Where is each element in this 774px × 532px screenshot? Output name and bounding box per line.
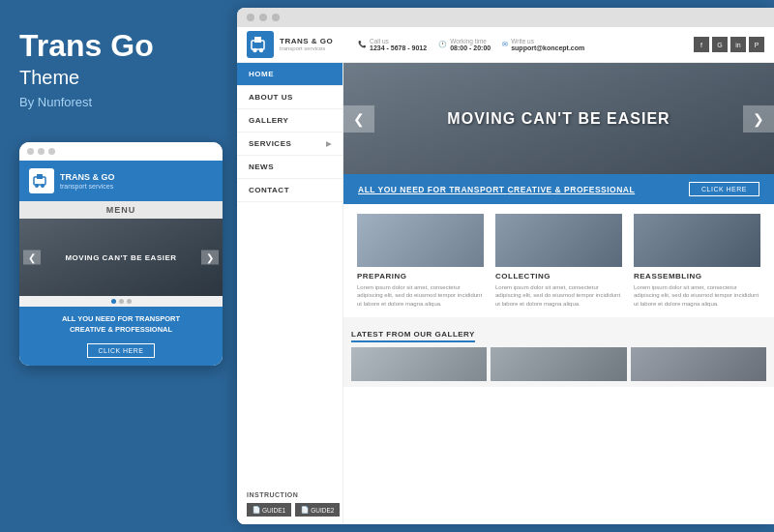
browser-mockup: TRANS & GO transport services 📞 Call us … bbox=[237, 8, 774, 524]
hero-prev-arrow[interactable]: ❮ bbox=[343, 105, 374, 133]
mobile-mockup: TRANS & GO transport services MENU ❮ MOV… bbox=[19, 142, 223, 366]
instruction-label: INSTRUCTION bbox=[247, 491, 333, 498]
mobile-header-bar: TRANS & GO transport services bbox=[19, 161, 223, 201]
nav-contact[interactable]: CONTACT bbox=[237, 179, 342, 202]
gallery-title: LATEST FROM OUR GALLERY bbox=[351, 330, 475, 342]
site-logo-main: TRANS & GO bbox=[280, 37, 333, 46]
site-logo-icon bbox=[247, 31, 274, 58]
svg-point-6 bbox=[253, 48, 256, 52]
service-card-2: COLLECTING Lorem ipsum dolor sit amet, c… bbox=[490, 214, 628, 308]
mobile-topbar bbox=[19, 142, 223, 161]
browser-content: TRANS & GO transport services 📞 Call us … bbox=[237, 27, 774, 524]
service-title-1: PREPARING bbox=[357, 272, 484, 281]
mobile-slider-dots bbox=[19, 296, 223, 307]
gallery-thumb-3[interactable] bbox=[631, 347, 766, 381]
mobile-cta-section: ALL YOU NEED FOR TRANSPORTCREATIVE & PRO… bbox=[19, 307, 223, 366]
nav-services-arrow: ▶ bbox=[326, 140, 332, 148]
gallery-images bbox=[351, 347, 766, 381]
guide2-button[interactable]: 📄 GUIDE2 bbox=[295, 503, 340, 517]
site-topbar: TRANS & GO transport services 📞 Call us … bbox=[237, 27, 774, 63]
gallery-thumb-2[interactable] bbox=[491, 347, 626, 381]
mobile-hero: ❮ MOVING CAN'T BE EASIER ❯ bbox=[19, 219, 223, 296]
guide1-button[interactable]: 📄 GUIDE1 bbox=[247, 503, 291, 517]
site-logo-tagline: transport services bbox=[280, 45, 333, 52]
site-contact-info: 📞 Call us 1234 - 5678 - 9012 🕐 Working t… bbox=[358, 38, 679, 51]
mobile-menu-label: MENU bbox=[19, 201, 223, 219]
svg-rect-1 bbox=[37, 174, 43, 179]
clock-icon: 🕐 bbox=[438, 41, 447, 48]
left-panel: Trans Go Theme By Nunforest TRANS & GO t… bbox=[0, 0, 237, 532]
service-image-3 bbox=[634, 214, 760, 267]
nav-gallery[interactable]: GALLERY bbox=[237, 109, 342, 133]
service-desc-1: Lorem ipsum dolor sit amet, consectetur … bbox=[357, 283, 484, 308]
site-main: HOME ABOUT US GALLERY SERVICES ▶ NEWS CO… bbox=[237, 63, 774, 524]
mobile-dot-1 bbox=[27, 148, 34, 155]
cta-bar-text: ALL YOU NEED FOR TRANSPORT CREATIVE & PR… bbox=[358, 185, 635, 194]
mobile-dot-3 bbox=[48, 148, 55, 155]
mobile-slider-dot-3[interactable] bbox=[127, 299, 132, 304]
contact-hours: 🕐 Working time 08:00 - 20:00 bbox=[438, 38, 491, 51]
social-pinterest[interactable]: P bbox=[749, 37, 764, 52]
services-section: PREPARING Lorem ipsum dolor sit amet, co… bbox=[343, 204, 774, 317]
contact-email: ✉ Write us support@koncept.com bbox=[502, 38, 584, 51]
gallery-thumb-1[interactable] bbox=[351, 347, 487, 381]
mobile-prev-arrow[interactable]: ❮ bbox=[23, 251, 41, 265]
theme-title: Trans Go bbox=[19, 29, 218, 63]
service-title-3: REASSEMBLING bbox=[634, 272, 760, 281]
cta-text-link: CREATIVE bbox=[507, 185, 551, 194]
mobile-cta-button[interactable]: CLICK HERE bbox=[87, 343, 154, 358]
mobile-logo-icon bbox=[29, 168, 54, 193]
nav-home[interactable]: HOME bbox=[237, 63, 342, 86]
site-sidebar: HOME ABOUT US GALLERY SERVICES ▶ NEWS CO… bbox=[237, 63, 343, 524]
service-image-2 bbox=[495, 214, 622, 267]
service-desc-2: Lorem ipsum dolor sit amet, consectetur … bbox=[495, 283, 622, 308]
hero-slider: ❮ MOVING CAN'T BE EASIER ❯ bbox=[343, 63, 774, 174]
mobile-logo-main: TRANS & GO bbox=[60, 172, 115, 183]
nav-news[interactable]: NEWS bbox=[237, 156, 342, 179]
svg-point-2 bbox=[35, 184, 39, 188]
email-icon: ✉ bbox=[502, 41, 508, 48]
mobile-next-arrow[interactable]: ❯ bbox=[201, 251, 219, 265]
cta-text-pre: ALL YOU NEED FOR TRANSPORT bbox=[358, 185, 507, 194]
social-facebook[interactable]: f bbox=[694, 37, 709, 52]
svg-point-3 bbox=[41, 184, 45, 188]
instruction-section: INSTRUCTION 📄 GUIDE1 📄 GUIDE2 bbox=[237, 484, 342, 524]
site-content-area: ❮ MOVING CAN'T BE EASIER ❯ ALL YOU NEED … bbox=[343, 63, 774, 524]
cta-bar: ALL YOU NEED FOR TRANSPORT CREATIVE & PR… bbox=[343, 174, 774, 204]
mobile-logo-text-block: TRANS & GO transport services bbox=[60, 172, 115, 190]
mobile-hero-text: MOVING CAN'T BE EASIER bbox=[65, 253, 176, 262]
guide-buttons: 📄 GUIDE1 📄 GUIDE2 bbox=[247, 503, 333, 517]
browser-dot-3 bbox=[272, 14, 280, 21]
browser-topbar bbox=[237, 8, 774, 27]
nav-services[interactable]: SERVICES ▶ bbox=[237, 133, 342, 156]
service-card-3: REASSEMBLING Lorem ipsum dolor sit amet,… bbox=[628, 214, 766, 308]
phone-icon: 📞 bbox=[358, 41, 367, 48]
mobile-slider-dot-1[interactable] bbox=[111, 299, 116, 304]
service-card-1: PREPARING Lorem ipsum dolor sit amet, co… bbox=[351, 214, 490, 308]
contact-email-value: support@koncept.com bbox=[511, 44, 584, 51]
theme-author: By Nunforest bbox=[19, 95, 218, 109]
cta-text-post: & PROFESSIONAL bbox=[552, 185, 635, 194]
social-google[interactable]: G bbox=[712, 37, 728, 52]
doc-icon: 📄 bbox=[253, 506, 260, 514]
svg-rect-5 bbox=[254, 37, 261, 43]
contact-email-label: Write us bbox=[511, 38, 584, 44]
theme-subtitle: Theme bbox=[19, 67, 218, 89]
mobile-dot-2 bbox=[38, 148, 45, 155]
site-logo-text-block: TRANS & GO transport services bbox=[280, 37, 333, 53]
svg-point-7 bbox=[259, 48, 263, 52]
service-image-1 bbox=[357, 214, 484, 267]
gallery-section: LATEST FROM OUR GALLERY bbox=[343, 317, 774, 387]
cta-bar-button[interactable]: CLICK HERE bbox=[689, 182, 759, 196]
hero-next-arrow[interactable]: ❯ bbox=[743, 105, 774, 133]
contact-phone-label: Call us bbox=[370, 38, 427, 44]
contact-hours-value: 08:00 - 20:00 bbox=[450, 44, 491, 51]
hero-text: MOVING CAN'T BE EASIER bbox=[447, 110, 670, 128]
nav-about[interactable]: ABOUT US bbox=[237, 86, 342, 109]
mobile-slider-dot-2[interactable] bbox=[119, 299, 124, 304]
browser-dot-1 bbox=[247, 14, 254, 21]
site-social: f G in P bbox=[694, 37, 764, 52]
contact-phone: 📞 Call us 1234 - 5678 - 9012 bbox=[358, 38, 427, 51]
social-linkedin[interactable]: in bbox=[730, 37, 746, 52]
service-desc-3: Lorem ipsum dolor sit amet, consectetur … bbox=[634, 283, 760, 308]
